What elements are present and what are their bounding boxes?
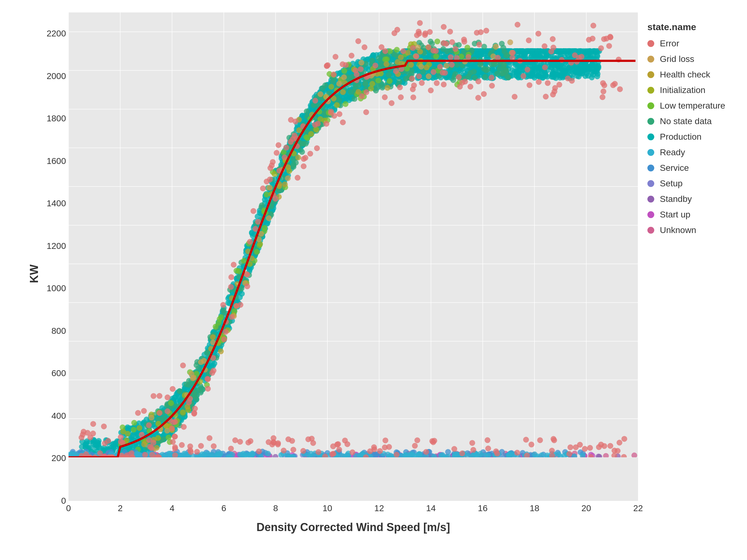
svg-point-3982: [282, 155, 287, 160]
svg-point-3410: [507, 39, 513, 45]
svg-point-4221: [350, 450, 355, 455]
svg-point-4017: [524, 453, 530, 457]
svg-point-4179: [83, 451, 89, 457]
legend-dot: [647, 133, 654, 140]
svg-point-3198: [221, 308, 226, 313]
svg-point-2539: [594, 74, 600, 79]
svg-point-3277: [217, 316, 223, 322]
legend-dot: [647, 196, 654, 203]
svg-point-3968: [383, 438, 388, 443]
svg-point-4130: [334, 442, 340, 447]
svg-point-4235: [228, 446, 234, 451]
svg-point-4281: [151, 393, 156, 399]
svg-point-4049: [221, 302, 226, 308]
x-tick-label: 10: [323, 503, 332, 513]
svg-point-3282: [304, 134, 309, 140]
svg-point-4234: [273, 196, 278, 202]
svg-point-3208: [259, 203, 264, 208]
svg-point-4213: [329, 451, 335, 457]
svg-point-4053: [288, 117, 294, 123]
svg-point-3333: [180, 410, 186, 415]
svg-point-4020: [389, 100, 394, 106]
svg-point-3224: [293, 160, 299, 165]
legend-dot: [647, 87, 654, 94]
svg-point-3359: [424, 65, 430, 70]
svg-point-3255: [168, 400, 174, 406]
svg-point-2906: [304, 109, 309, 114]
svg-point-3415: [267, 185, 273, 190]
svg-point-4162: [510, 55, 515, 60]
svg-point-4232: [172, 434, 177, 439]
svg-point-4196: [353, 68, 358, 74]
legend-dot: [647, 118, 654, 125]
legend-items: ErrorGrid lossHealth checkInitialization…: [647, 38, 735, 241]
svg-point-3090: [489, 61, 494, 67]
svg-point-4241: [377, 448, 383, 454]
x-tick-label: 22: [633, 503, 643, 513]
svg-point-3387: [395, 59, 400, 65]
svg-point-4077: [359, 93, 365, 99]
svg-point-4207: [247, 239, 253, 244]
svg-point-4233: [428, 88, 434, 93]
svg-point-4253: [157, 393, 162, 399]
svg-point-4288: [572, 53, 578, 58]
x-tick-label: 2: [118, 503, 123, 513]
svg-point-3168: [503, 67, 509, 73]
legend-label: Production: [660, 132, 701, 142]
svg-point-3029: [504, 53, 509, 58]
svg-point-4169: [238, 302, 243, 308]
legend-label: Low temperature: [660, 101, 725, 111]
legend-label: Start up: [660, 210, 690, 220]
svg-point-4115: [536, 31, 541, 36]
legend-item: Error: [647, 38, 735, 49]
legend-item: Initialization: [647, 85, 735, 95]
svg-point-4034: [207, 435, 212, 441]
svg-point-4201: [411, 95, 416, 100]
svg-point-3953: [394, 452, 399, 457]
svg-point-3309: [272, 171, 277, 177]
svg-point-2568: [536, 72, 542, 78]
svg-point-4022: [467, 84, 473, 89]
svg-point-4247: [615, 448, 620, 454]
svg-point-4240: [382, 445, 387, 450]
svg-point-4168: [443, 41, 449, 47]
svg-point-4192: [414, 32, 420, 38]
svg-point-2879: [177, 388, 182, 394]
svg-point-4145: [281, 448, 286, 453]
svg-point-3275: [131, 427, 137, 432]
svg-point-2740: [576, 66, 582, 72]
svg-point-4069: [157, 410, 162, 416]
svg-point-4198: [542, 64, 548, 70]
svg-point-3361: [295, 155, 301, 160]
svg-point-3472: [632, 453, 637, 457]
svg-point-3284: [376, 78, 381, 83]
svg-point-3930: [216, 452, 222, 457]
svg-point-4294: [149, 445, 154, 451]
svg-point-3946: [90, 421, 96, 427]
svg-point-3977: [602, 82, 607, 88]
svg-point-4092: [452, 446, 457, 452]
svg-point-3218: [501, 62, 507, 68]
svg-point-3959: [608, 443, 613, 449]
svg-point-3964: [336, 447, 342, 452]
svg-point-4166: [256, 449, 262, 454]
svg-point-4216: [412, 443, 418, 449]
svg-point-4138: [211, 443, 216, 449]
svg-point-3871: [265, 451, 271, 456]
svg-point-4284: [85, 430, 90, 435]
svg-point-3413: [149, 415, 154, 420]
svg-point-4087: [551, 437, 557, 443]
svg-point-4180: [172, 444, 178, 450]
svg-point-4218: [398, 95, 404, 100]
svg-point-4089: [453, 46, 458, 52]
svg-point-3997: [276, 142, 281, 148]
svg-point-4059: [441, 82, 447, 87]
legend-dot: [647, 56, 654, 62]
svg-point-3401: [418, 64, 424, 70]
svg-point-3426: [359, 60, 364, 65]
svg-point-4239: [411, 82, 417, 88]
svg-point-4291: [510, 50, 516, 56]
y-tick-label: 200: [51, 453, 66, 463]
svg-point-4033: [337, 111, 342, 117]
svg-point-2814: [522, 52, 527, 57]
